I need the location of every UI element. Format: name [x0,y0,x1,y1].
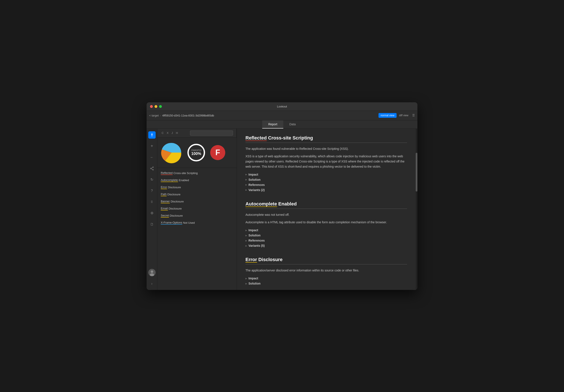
vuln-item-path[interactable]: Path Disclosure [157,191,237,198]
sidebar-icon-share[interactable] [148,165,156,172]
autocomplete-references[interactable]: ▶References [245,238,407,243]
vuln-label-autocomplete: Autocomplete [161,178,178,182]
owasp-title: OWASP10 [191,149,201,152]
sidebar-icon-docs[interactable]: 🗋 [148,221,156,228]
vuln-item-xss[interactable]: Reflected Cross-site Scripting [157,169,237,177]
sidebar-icon-help[interactable]: ? [148,187,156,195]
xss-impact[interactable]: ▶Impact [245,172,407,177]
toolbar: < target › 4ff59150-d341-11ea-8301-3d299… [147,111,417,120]
grade-circle: F [210,145,225,160]
sidebar-icon-add[interactable]: + [148,142,156,150]
xss-title-rest: Cross-site Scripting [268,135,313,140]
error-impact[interactable]: ▶Impact [245,276,407,281]
vuln-label-email: Email [161,207,168,210]
tab-bar: Report Data [147,120,417,129]
xss-desc2: XSS is a type of web application securit… [245,154,407,169]
traffic-lights [150,105,162,108]
filter-j[interactable]: J [171,131,174,135]
filter-h[interactable]: H [175,131,179,135]
scrollbar-thumb[interactable] [416,153,417,192]
minimize-button[interactable] [155,105,157,108]
xss-variants[interactable]: ▶Variants (2) [245,187,407,193]
svg-rect-0 [152,133,152,135]
owasp-percent: 100% [191,152,201,156]
grade-letter: F [215,148,220,157]
svg-point-2 [153,167,154,168]
pie-chart [161,142,182,163]
filter-letters: C X J H [161,131,179,135]
owasp-label: OWASP10 100% [191,149,201,156]
left-panel: C X J H [157,129,237,290]
vuln-label-error: Error [161,185,167,189]
autocomplete-solution[interactable]: ▶Solution [245,233,407,238]
vuln-item-email[interactable]: Email Disclosure [157,205,237,212]
svg-point-8 [151,270,153,273]
error-solution[interactable]: ▶Solution [245,281,407,286]
view-toggle-group: normal view diff view ⠿ [379,113,415,118]
maximize-button[interactable] [159,105,162,108]
vuln-label-secret: Secret [161,214,169,218]
breadcrumb-parent[interactable]: < target [149,114,159,117]
sidebar-icon-expand[interactable]: › [148,280,156,287]
avatar[interactable] [148,269,156,276]
breadcrumb-separator: › [160,114,161,117]
error-title-rest: Disclosure [258,257,283,262]
vuln-item-error[interactable]: Error Disclosure [157,184,237,191]
autocomplete-desc1: Autocomplete was not turned off. [245,212,407,218]
vuln-item-secret[interactable]: Secret Disclosure [157,212,237,219]
scrollbar-track[interactable] [416,129,417,290]
xss-collapsibles: ▶Impact ▶Solution ▶References ▶Variants … [245,172,407,193]
tab-data[interactable]: Data [283,120,302,128]
tab-report[interactable]: Report [262,120,283,128]
svg-point-3 [153,169,154,170]
sidebar-icon-settings[interactable]: ⚙ [148,210,156,217]
normal-view-button[interactable]: normal view [379,113,396,118]
vuln-item-autocomplete[interactable]: Autocomplete Enabled [157,177,237,184]
xss-title-underlined: Reflected [245,135,267,141]
vuln-label-path: Path [161,193,167,196]
diff-view-button[interactable]: diff view [397,113,410,118]
vuln-label-xframe: X-Frame-Options [161,221,182,224]
section-error: Error Disclosure The application/server … [245,257,407,286]
vuln-label-xss: Reflected [161,171,173,175]
vuln-item-xframe[interactable]: X-Frame-Options Not Used [157,219,237,226]
autocomplete-title-rest: Enabled [278,201,297,207]
xss-references[interactable]: ▶References [245,182,407,187]
close-button[interactable] [150,105,153,108]
section-autocomplete: Autocomplete Enabled Autocomplete was no… [245,201,407,249]
vuln-list: Reflected Cross-site Scripting Autocompl… [157,168,237,228]
main-layout: + ← ↻ ? ⠿ ⚙ 🗋 › C X [147,129,417,290]
breadcrumb-id: 4ff59150-d341-11ea-8301-3d2998bd65db [162,114,214,117]
sidebar: + ← ↻ ? ⠿ ⚙ 🗋 › [147,129,157,290]
error-title-underlined: Error [245,257,257,263]
autocomplete-collapsibles: ▶Impact ▶Solution ▶References ▶Variants … [245,228,407,248]
filter-c[interactable]: C [161,131,164,135]
grid-icon[interactable]: ⠿ [412,113,415,118]
vuln-item-banner[interactable]: Banner Disclosure [157,198,237,205]
sidebar-icon-apps[interactable]: ⠿ [148,198,156,206]
xss-desc1: The application was found vulnerable to … [245,146,407,152]
autocomplete-impact[interactable]: ▶Impact [245,228,407,233]
sidebar-icon-pin[interactable] [148,131,156,139]
filter-bar: C X J H [157,129,237,138]
error-title: Error Disclosure [245,257,407,265]
charts-row: OWASP10 100% F [157,138,237,168]
filter-dropdown[interactable] [190,130,233,136]
filter-x[interactable]: X [166,131,169,135]
autocomplete-title: Autocomplete Enabled [245,201,407,209]
svg-rect-1 [152,135,152,137]
autocomplete-desc2: Autocomplete is a HTML tag attribute use… [245,220,407,225]
sidebar-icon-back[interactable]: ← [148,154,156,161]
svg-line-6 [151,169,152,169]
right-panel: Reflected Cross-site Scripting The appli… [237,129,416,290]
svg-point-4 [150,168,151,169]
autocomplete-variants[interactable]: ▶Variants (5) [245,243,407,248]
xss-title: Reflected Cross-site Scripting [245,135,407,143]
sidebar-icon-refresh[interactable]: ↻ [148,176,156,183]
xss-solution[interactable]: ▶Solution [245,177,407,182]
autocomplete-title-underlined: Autocomplete [245,201,277,207]
svg-line-5 [151,168,152,168]
error-collapsibles: ▶Impact ▶Solution [245,276,407,286]
right-panel-container: Reflected Cross-site Scripting The appli… [237,129,417,290]
error-desc1: The application/server disclosed error i… [245,268,407,273]
